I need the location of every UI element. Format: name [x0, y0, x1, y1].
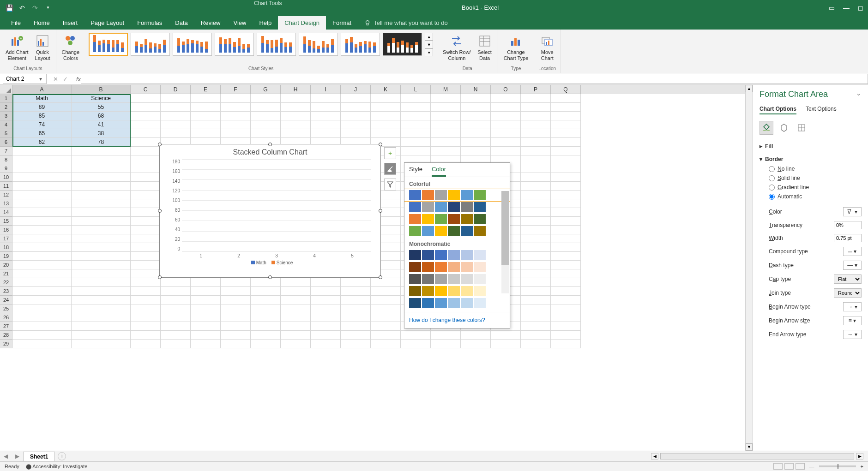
chart-handle-ne[interactable]: [379, 143, 382, 146]
chart-style-thumb-3[interactable]: [173, 33, 212, 56]
cell-B9[interactable]: [72, 164, 131, 173]
cell-C17[interactable]: [131, 234, 161, 243]
sheet-tab-sheet1[interactable]: Sheet1: [23, 452, 55, 461]
chart-legend[interactable]: Math Science: [160, 260, 380, 265]
cell-G1[interactable]: [251, 94, 281, 103]
save-icon[interactable]: 💾: [5, 3, 14, 12]
cell-P20[interactable]: [521, 261, 551, 269]
cell-I22[interactable]: [311, 278, 341, 287]
cell-E27[interactable]: [191, 322, 221, 331]
cell-B28[interactable]: [72, 331, 131, 340]
cell-O1[interactable]: [491, 94, 521, 103]
col-header-B[interactable]: B: [72, 85, 131, 94]
cell-A10[interactable]: [12, 173, 72, 182]
cell-D29[interactable]: [161, 340, 191, 348]
row-header-2[interactable]: 2: [0, 103, 12, 112]
cell-L29[interactable]: [401, 340, 431, 348]
cell-F27[interactable]: [221, 322, 251, 331]
cell-M29[interactable]: [431, 340, 461, 348]
cell-Q2[interactable]: [551, 103, 581, 112]
chart-style-thumb-2[interactable]: [131, 33, 170, 56]
cell-C19[interactable]: [131, 252, 161, 261]
cell-H1[interactable]: [281, 94, 311, 103]
cell-E2[interactable]: [191, 103, 221, 112]
redo-icon[interactable]: ↷: [30, 3, 40, 12]
cell-D5[interactable]: [161, 129, 191, 138]
chart-handle-w[interactable]: [158, 209, 162, 213]
sheet-nav-prev[interactable]: ◀: [0, 453, 12, 459]
cell-A7[interactable]: [12, 147, 72, 155]
cell-I3[interactable]: [311, 112, 341, 120]
cell-I26[interactable]: [311, 313, 341, 322]
cell-B16[interactable]: [72, 226, 131, 234]
cell-P7[interactable]: [521, 147, 551, 155]
cell-C6[interactable]: [131, 138, 161, 147]
cell-Q6[interactable]: [551, 138, 581, 147]
cell-C25[interactable]: [131, 304, 161, 313]
cell-I28[interactable]: [311, 331, 341, 340]
cell-K5[interactable]: [371, 129, 401, 138]
cell-Q21[interactable]: [551, 269, 581, 278]
cell-I5[interactable]: [311, 129, 341, 138]
effects-icon[interactable]: [777, 121, 791, 135]
cell-H28[interactable]: [281, 331, 311, 340]
maximize-icon[interactable]: ◻: [858, 4, 863, 12]
cell-P6[interactable]: [521, 138, 551, 147]
solid-line-radio[interactable]: Solid line: [769, 173, 862, 183]
border-color-dropdown[interactable]: ▾: [843, 207, 862, 216]
cell-B6[interactable]: 78: [72, 138, 131, 147]
cell-D25[interactable]: [161, 304, 191, 313]
row-header-17[interactable]: 17: [0, 234, 12, 243]
cell-P3[interactable]: [521, 112, 551, 120]
cell-C2[interactable]: [131, 103, 161, 112]
cell-I4[interactable]: [311, 120, 341, 129]
cell-I29[interactable]: [311, 340, 341, 348]
style-scroll-down[interactable]: ▼: [425, 41, 433, 48]
select-data-button[interactable]: Select Data: [476, 33, 494, 62]
row-header-29[interactable]: 29: [0, 340, 12, 348]
cell-B11[interactable]: [72, 182, 131, 191]
cell-F29[interactable]: [221, 340, 251, 348]
cell-I1[interactable]: [311, 94, 341, 103]
chart-handle-n[interactable]: [268, 143, 272, 146]
cell-Q9[interactable]: [551, 164, 581, 173]
change-chart-type-button[interactable]: Change Chart Type: [502, 33, 530, 62]
cell-N3[interactable]: [461, 112, 491, 120]
border-section-header[interactable]: ▾Border: [760, 154, 862, 164]
cell-B15[interactable]: [72, 217, 131, 226]
cell-N1[interactable]: [461, 94, 491, 103]
row-header-27[interactable]: 27: [0, 322, 12, 331]
cell-P2[interactable]: [521, 103, 551, 112]
cell-Q12[interactable]: [551, 191, 581, 199]
cell-J28[interactable]: [341, 331, 371, 340]
cell-F24[interactable]: [221, 296, 251, 304]
cell-P27[interactable]: [521, 322, 551, 331]
row-header-23[interactable]: 23: [0, 287, 12, 296]
cell-D4[interactable]: [161, 120, 191, 129]
cell-N6[interactable]: [461, 138, 491, 147]
row-header-10[interactable]: 10: [0, 173, 12, 182]
formula-input[interactable]: [81, 74, 868, 84]
cell-Q25[interactable]: [551, 304, 581, 313]
col-header-D[interactable]: D: [161, 85, 191, 94]
cell-K2[interactable]: [371, 103, 401, 112]
cell-G27[interactable]: [251, 322, 281, 331]
cell-B5[interactable]: 38: [72, 129, 131, 138]
cell-L4[interactable]: [401, 120, 431, 129]
cell-D28[interactable]: [161, 331, 191, 340]
cell-A14[interactable]: [12, 208, 72, 217]
cell-C26[interactable]: [131, 313, 161, 322]
cell-F2[interactable]: [221, 103, 251, 112]
ribbon-display-icon[interactable]: ▭: [829, 4, 835, 12]
cell-G28[interactable]: [251, 331, 281, 340]
col-header-J[interactable]: J: [341, 85, 371, 94]
cell-P29[interactable]: [521, 340, 551, 348]
cell-H3[interactable]: [281, 112, 311, 120]
transparency-input[interactable]: [834, 221, 862, 229]
col-header-A[interactable]: A: [12, 85, 72, 94]
cell-Q17[interactable]: [551, 234, 581, 243]
cell-P28[interactable]: [521, 331, 551, 340]
row-header-8[interactable]: 8: [0, 155, 12, 164]
cell-Q13[interactable]: [551, 199, 581, 208]
view-normal-button[interactable]: [773, 463, 783, 470]
